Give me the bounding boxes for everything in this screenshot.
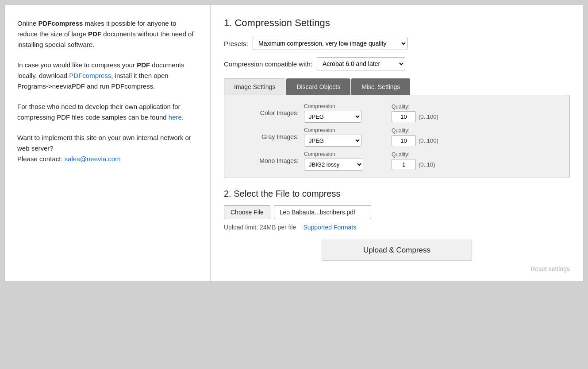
intro-paragraph: Online PDFcompress makes it possible for… <box>17 18 197 50</box>
presets-row: Presets: Maximum compression, very low i… <box>224 37 570 50</box>
pdfcompress-link[interactable]: PDFcompress <box>69 72 111 79</box>
choose-file-button[interactable]: Choose File <box>224 205 270 219</box>
compat-label: Compression compatible with: <box>224 60 312 68</box>
color-comp-label: Compression: <box>304 103 337 109</box>
mono-quality-range: (0..10) <box>419 161 435 168</box>
tab-discard-objects[interactable]: Discard Objects <box>286 78 350 95</box>
gray-comp-wrap: Compression: JPEG JPEG2000 ZIP LZW None <box>304 127 384 147</box>
here-link[interactable]: here <box>169 113 182 121</box>
tab-content-image: Color Images: Compression: JPEG JPEG2000… <box>224 95 570 178</box>
gray-comp-label: Compression: <box>304 127 337 133</box>
gray-quality-label: Quality: <box>392 128 410 134</box>
presets-label: Presets: <box>224 40 248 47</box>
color-quality-wrap: Quality: (0..100) <box>392 104 438 122</box>
mono-images-row: Mono Images: Compression: JBIG2 lossy JB… <box>233 151 561 171</box>
left-panel: Online PDFcompress makes it possible for… <box>5 5 211 281</box>
mono-comp-label: Compression: <box>304 151 337 157</box>
color-images-row: Color Images: Compression: JPEG JPEG2000… <box>233 103 561 123</box>
tab-image-settings[interactable]: Image Settings <box>224 78 285 95</box>
right-panel: 1. Compression Settings Presets: Maximum… <box>211 5 583 281</box>
gray-quality-range: (0..100) <box>419 137 438 144</box>
color-quality-range: (0..100) <box>419 113 438 120</box>
mono-comp-wrap: Compression: JBIG2 lossy JBIG2 lossless … <box>304 151 384 171</box>
pdf-bold: PDF <box>88 30 101 38</box>
mono-quality-input[interactable] <box>392 159 416 170</box>
email-link[interactable]: sales@neevia.com <box>65 155 121 163</box>
color-images-label: Color Images: <box>233 109 304 117</box>
compat-row: Compression compatible with: Acrobat 4.0… <box>224 57 570 70</box>
upload-info-row: Upload limit: 24MB per file Supported Fo… <box>224 224 570 231</box>
gray-images-row: Gray Images: Compression: JPEG JPEG2000 … <box>233 127 561 147</box>
color-comp-wrap: Compression: JPEG JPEG2000 ZIP LZW None <box>304 103 384 123</box>
brand-name: PDFcompress <box>38 19 83 27</box>
upload-compress-button[interactable]: Upload & Compress <box>322 240 472 261</box>
color-quality-input[interactable] <box>392 111 416 122</box>
color-comp-select[interactable]: JPEG JPEG2000 ZIP LZW None <box>304 111 361 123</box>
gray-images-label: Gray Images: <box>233 133 304 140</box>
gray-quality-wrap: Quality: (0..100) <box>392 128 438 146</box>
file-row: Choose File Leo Babauta...bscribers.pdf <box>224 205 570 219</box>
compat-select[interactable]: Acrobat 4.0 and later Acrobat 5.0 and la… <box>317 57 405 70</box>
contact-paragraph: Want to implement this site on your own … <box>17 132 197 164</box>
section2-title: 2. Select the File to compress <box>224 189 570 199</box>
presets-select[interactable]: Maximum compression, very low image qual… <box>253 37 407 50</box>
mono-comp-select[interactable]: JBIG2 lossy JBIG2 lossless ZIP LZW CCITT… <box>304 159 363 171</box>
mono-quality-label: Quality: <box>392 151 410 158</box>
gray-quality-input[interactable] <box>392 135 416 146</box>
tabs: Image Settings Discard Objects Misc. Set… <box>224 78 570 95</box>
local-compress-paragraph: In case you would like to compress your … <box>17 60 197 92</box>
gray-comp-select[interactable]: JPEG JPEG2000 ZIP LZW None <box>304 135 361 147</box>
section1-title: 1. Compression Settings <box>224 17 570 29</box>
supported-formats-link[interactable]: Supported Formats <box>303 224 356 231</box>
color-quality-label: Quality: <box>392 104 410 110</box>
mono-images-label: Mono Images: <box>233 157 304 164</box>
dev-paragraph: For those who need to develop their own … <box>17 101 197 123</box>
upload-limit-text: Upload limit: 24MB per file <box>224 224 296 231</box>
file-name-display: Leo Babauta...bscribers.pdf <box>274 205 371 219</box>
reset-settings-link[interactable]: Reset settings <box>224 265 570 272</box>
mono-quality-wrap: Quality: (0..10) <box>392 151 435 170</box>
tab-misc-settings[interactable]: Misc. Settings <box>351 78 410 95</box>
image-settings-rows: Color Images: Compression: JPEG JPEG2000… <box>233 103 561 171</box>
